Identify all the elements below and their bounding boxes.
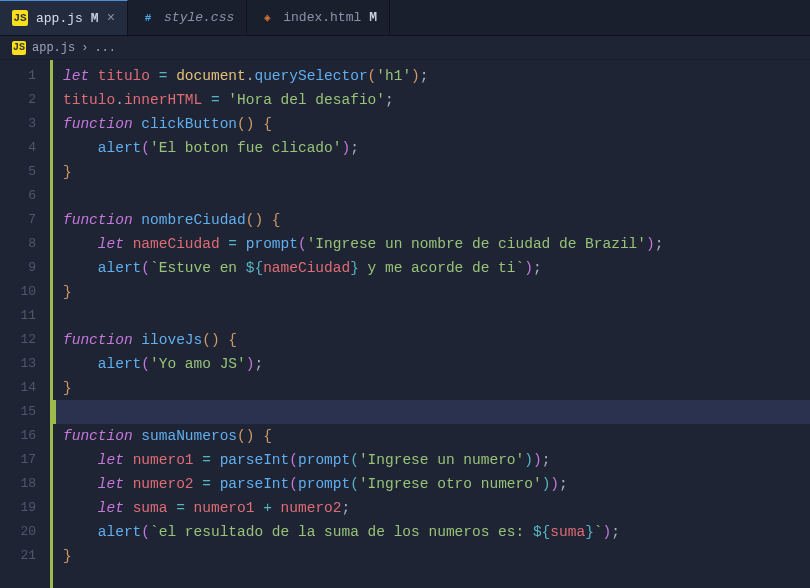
code-line: function nombreCiudad() { bbox=[63, 208, 810, 232]
close-icon[interactable]: × bbox=[107, 10, 115, 26]
js-icon: JS bbox=[12, 10, 28, 26]
code-line bbox=[63, 184, 810, 208]
code-line: let titulo = document.querySelector('h1'… bbox=[63, 64, 810, 88]
dirty-indicator: M bbox=[369, 10, 377, 25]
code-line: let suma = numero1 + numero2; bbox=[63, 496, 810, 520]
breadcrumb[interactable]: JS app.js › ... bbox=[0, 36, 810, 60]
code-line-active bbox=[53, 400, 810, 424]
code-line: alert('Yo amo JS'); bbox=[63, 352, 810, 376]
editor[interactable]: 1 2 3 4 5 6 7 8 9 10 11 12 13 14 15 16 1… bbox=[0, 60, 810, 588]
tab-label: style.css bbox=[164, 10, 234, 25]
line-number-gutter: 1 2 3 4 5 6 7 8 9 10 11 12 13 14 15 16 1… bbox=[0, 60, 50, 588]
breadcrumb-file: app.js bbox=[32, 41, 75, 55]
tab-bar: JS app.js M × # style.css ◈ index.html M bbox=[0, 0, 810, 36]
tab-indexhtml[interactable]: ◈ index.html M bbox=[247, 0, 390, 35]
code-line: function iloveJs() { bbox=[63, 328, 810, 352]
code-line: function clickButton() { bbox=[63, 112, 810, 136]
code-line: let numero2 = parseInt(prompt('Ingrese o… bbox=[63, 472, 810, 496]
code-line: let numero1 = parseInt(prompt('Ingrese u… bbox=[63, 448, 810, 472]
code-line bbox=[63, 304, 810, 328]
code-line: } bbox=[63, 376, 810, 400]
code-line: } bbox=[63, 544, 810, 568]
code-line: alert(`Estuve en ${nameCiudad} y me acor… bbox=[63, 256, 810, 280]
code-line: titulo.innerHTML = 'Hora del desafio'; bbox=[63, 88, 810, 112]
code-line: } bbox=[63, 160, 810, 184]
html-icon: ◈ bbox=[259, 10, 275, 26]
js-icon: JS bbox=[12, 41, 26, 55]
tab-appjs[interactable]: JS app.js M × bbox=[0, 0, 128, 35]
chevron-right-icon: › bbox=[81, 41, 88, 55]
css-icon: # bbox=[140, 10, 156, 26]
dirty-indicator: M bbox=[91, 11, 99, 26]
code-line: alert(`el resultado de la suma de los nu… bbox=[63, 520, 810, 544]
code-line: function sumaNumeros() { bbox=[63, 424, 810, 448]
code-line: alert('El boton fue clicado'); bbox=[63, 136, 810, 160]
breadcrumb-rest: ... bbox=[94, 41, 116, 55]
code-line: let nameCiudad = prompt('Ingrese un nomb… bbox=[63, 232, 810, 256]
code-area[interactable]: let titulo = document.querySelector('h1'… bbox=[50, 60, 810, 588]
tab-label: app.js bbox=[36, 11, 83, 26]
tab-stylecss[interactable]: # style.css bbox=[128, 0, 247, 35]
code-line: } bbox=[63, 280, 810, 304]
tab-label: index.html bbox=[283, 10, 361, 25]
